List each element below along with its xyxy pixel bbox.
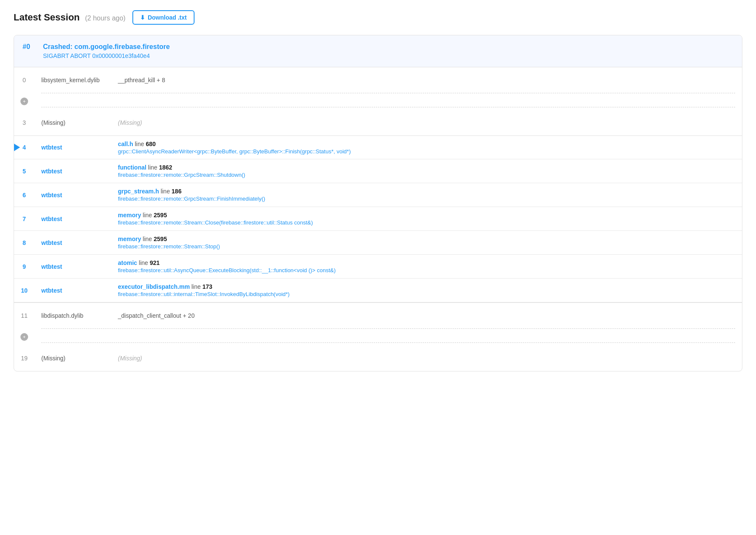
frame-indicator-7: 7 <box>14 216 34 222</box>
frame-detail-7: memory line 2595 firebase::firestore::re… <box>111 207 742 230</box>
frame-detail-10: executor_libdispatch.mm line 173 firebas… <box>111 279 742 302</box>
frame-detail-6: grpc_stream.h line 186 firebase::firesto… <box>111 184 742 206</box>
frame-row-0: 0 libsystem_kernel.dylib __pthread_kill … <box>14 67 742 93</box>
frame-indicator-10: 10 <box>14 287 34 294</box>
frame-detail-8: memory line 2595 firebase::firestore::re… <box>111 231 742 254</box>
crash-header: #0 Crashed: com.google.firebase.firestor… <box>14 35 742 67</box>
frame-library-19: (Missing) <box>34 350 111 367</box>
frame-detail-9: atomic line 921 firebase::firestore::uti… <box>111 255 742 278</box>
frame-indicator-6: 6 <box>14 192 34 198</box>
crash-info: Crashed: com.google.firebase.firestore S… <box>43 43 170 59</box>
svg-rect-2 <box>24 100 25 103</box>
frame-indicator-5: 5 <box>14 168 34 175</box>
frame-detail-0: __pthread_kill + 8 <box>111 72 742 88</box>
frame-indicator-3: 3 <box>14 119 34 126</box>
frame-row-11: 11 libdispatch.dylib _dispatch_client_ca… <box>14 303 742 328</box>
frame-detail-3: (Missing) <box>111 115 742 130</box>
download-icon: ⬇ <box>140 14 145 21</box>
frame-indicator-11: 11 <box>14 312 34 319</box>
frame-indicator-4: 4 <box>14 144 34 151</box>
frame-library-5: wtbtest <box>34 163 111 180</box>
frame-library-6: wtbtest <box>34 187 111 204</box>
frame-row-8[interactable]: 8 wtbtest memory line 2595 firebase::fir… <box>14 231 742 255</box>
frame-row-7[interactable]: 7 wtbtest memory line 2595 firebase::fir… <box>14 207 742 231</box>
crash-number: #0 <box>23 43 36 51</box>
frame-indicator-19: 19 <box>14 355 34 362</box>
frame-row-9[interactable]: 9 wtbtest atomic line 921 firebase::fire… <box>14 255 742 279</box>
frame-library-7: wtbtest <box>34 210 111 227</box>
separator-11-19 <box>34 328 742 331</box>
frame-indicator-8: 8 <box>14 239 34 246</box>
frame-row-5[interactable]: 5 wtbtest functional line 1862 firebase:… <box>14 159 742 183</box>
frame-library-11: libdispatch.dylib <box>34 307 111 324</box>
frame-row-6[interactable]: 6 wtbtest grpc_stream.h line 186 firebas… <box>14 183 742 207</box>
page-title: Latest Session (2 hours ago) <box>14 12 126 23</box>
page-header: Latest Session (2 hours ago) ⬇ Download … <box>14 10 742 25</box>
collapse-icon-0-3[interactable] <box>14 98 34 105</box>
frame-library-0: libsystem_kernel.dylib <box>34 72 111 89</box>
frame-row-10[interactable]: 10 wtbtest executor_libdispatch.mm line … <box>14 279 742 302</box>
frame-row-19: 19 (Missing) (Missing) <box>14 345 742 371</box>
collapse-control-0-3[interactable] <box>14 96 742 107</box>
frame-detail-11: _dispatch_client_callout + 20 <box>111 308 742 323</box>
frame-library-10: wtbtest <box>34 282 111 299</box>
frame-library-8: wtbtest <box>34 234 111 251</box>
download-button[interactable]: ⬇ Download .txt <box>132 10 195 25</box>
frame-indicator-0: 0 <box>14 77 34 83</box>
frame-detail-19: (Missing) <box>111 351 742 366</box>
frame-library-4: wtbtest <box>34 139 111 156</box>
frame-detail-5: functional line 1862 firebase::firestore… <box>111 160 742 182</box>
collapse-icon-11-19[interactable] <box>14 333 34 341</box>
svg-rect-5 <box>24 336 25 338</box>
frame-group-0-3: 0 libsystem_kernel.dylib __pthread_kill … <box>14 67 742 135</box>
crash-container: #0 Crashed: com.google.firebase.firestor… <box>14 35 742 371</box>
frame-row-3: 3 (Missing) (Missing) <box>14 110 742 135</box>
collapse-control-11-19[interactable] <box>14 331 742 342</box>
separator-0-3 <box>34 93 742 96</box>
frame-detail-4: call.h line 680 grpc::ClientAsyncReaderW… <box>111 136 742 159</box>
frame-group-11-19: 11 libdispatch.dylib _dispatch_client_ca… <box>14 302 742 371</box>
frame-library-3: (Missing) <box>34 114 111 131</box>
frame-row-4[interactable]: 4 wtbtest call.h line 680 grpc::ClientAs… <box>14 135 742 159</box>
frame-indicator-9: 9 <box>14 263 34 270</box>
separator-11-19-b <box>34 342 742 345</box>
separator-0-3-b <box>34 107 742 110</box>
active-arrow-icon <box>14 143 20 152</box>
frame-library-9: wtbtest <box>34 258 111 275</box>
